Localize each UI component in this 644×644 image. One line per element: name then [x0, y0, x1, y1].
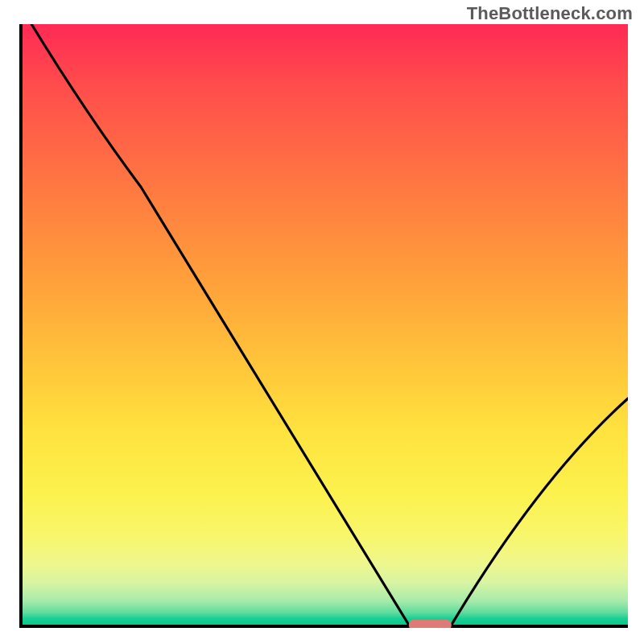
watermark-text: TheBottleneck.com	[467, 3, 633, 24]
chart-container: TheBottleneck.com	[0, 0, 644, 644]
chart-plot-area	[19, 24, 628, 628]
